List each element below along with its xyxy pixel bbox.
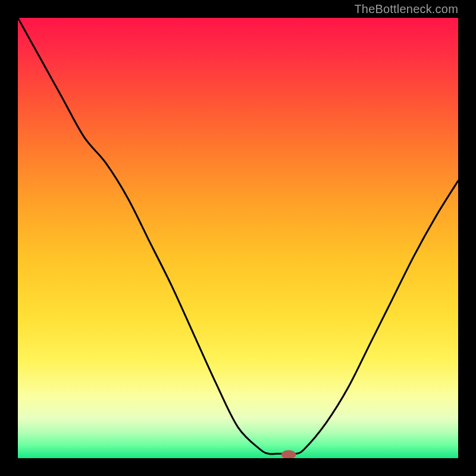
- bottleneck-curve: [18, 18, 458, 454]
- optimum-marker: [281, 450, 296, 458]
- bottleneck-curve-svg: [18, 18, 458, 458]
- outer-frame: TheBottleneck.com: [0, 0, 476, 476]
- plot-area: [18, 18, 458, 458]
- watermark-text: TheBottleneck.com: [354, 2, 458, 16]
